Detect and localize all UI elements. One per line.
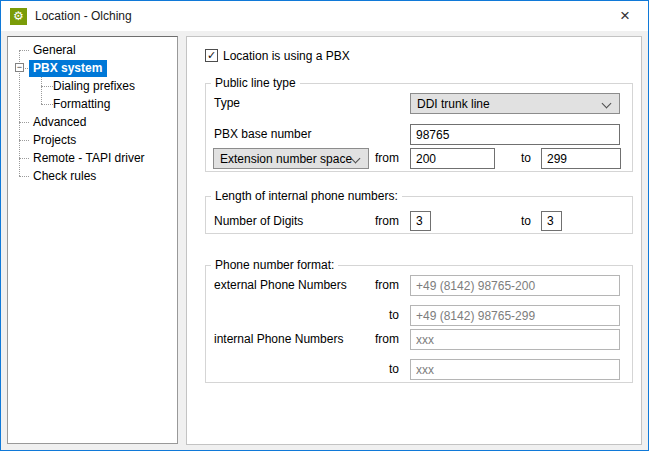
- external-phone-numbers-label: external Phone Numbers: [214, 278, 347, 292]
- type-label: Type: [214, 96, 240, 110]
- external-from-input[interactable]: [410, 275, 620, 296]
- extension-from-label: from: [371, 151, 399, 165]
- extension-to-input[interactable]: [541, 148, 621, 169]
- tree-item-pbx-system[interactable]: PBX system: [8, 59, 198, 77]
- external-from-label: from: [371, 278, 399, 292]
- number-of-digits-label: Number of Digits: [214, 214, 303, 228]
- extension-from-input[interactable]: [410, 148, 495, 169]
- internal-from-input[interactable]: [410, 329, 620, 350]
- digits-from-label: from: [371, 214, 399, 228]
- internal-to-input[interactable]: [410, 359, 620, 380]
- tree-item-projects[interactable]: Projects: [8, 131, 202, 149]
- phone-number-format-title: Phone number format:: [211, 258, 338, 272]
- settings-tree: − General PBX system Dialing prefixes Fo…: [7, 36, 178, 444]
- public-line-type-group: Public line type Type DDI trunk line PBX…: [205, 83, 633, 172]
- internal-from-label: from: [371, 332, 399, 346]
- tree-item-advanced[interactable]: Advanced: [8, 113, 202, 131]
- internal-phone-numbers-label: internal Phone Numbers: [214, 332, 343, 346]
- tree-item-check-rules[interactable]: Check rules: [8, 167, 202, 185]
- dialog-window: ⚙ Location - Olching × − General PBX sys…: [0, 0, 649, 451]
- close-button[interactable]: ×: [608, 4, 642, 28]
- public-line-type-title: Public line type: [211, 76, 300, 90]
- window-title: Location - Olching: [35, 9, 132, 23]
- type-select[interactable]: DDI trunk line: [410, 93, 620, 114]
- title-bar: ⚙ Location - Olching ×: [1, 1, 648, 31]
- external-to-label: to: [371, 308, 399, 322]
- pbx-checkbox-label: Location is using a PBX: [223, 49, 350, 63]
- digits-from-input[interactable]: [410, 211, 431, 231]
- extension-to-label: to: [503, 151, 531, 165]
- length-internal-numbers-title: Length of internal phone numbers:: [211, 189, 402, 203]
- digits-to-label: to: [503, 214, 531, 228]
- tree-item-remote-tapi-driver[interactable]: Remote - TAPI driver: [8, 149, 202, 167]
- pbx-settings-panel: ✓ Location is using a PBX Public line ty…: [186, 36, 642, 445]
- length-internal-numbers-group: Length of internal phone numbers: Number…: [205, 196, 633, 234]
- phone-number-format-group: Phone number format: external Phone Numb…: [205, 265, 633, 383]
- digits-to-input[interactable]: [541, 211, 562, 231]
- app-gear-icon: ⚙: [10, 8, 27, 25]
- external-to-input[interactable]: [410, 305, 620, 326]
- extension-number-space-select[interactable]: Extension number space: [213, 148, 369, 169]
- pbx-base-number-input[interactable]: [410, 124, 620, 145]
- tree-item-general[interactable]: General: [8, 41, 202, 59]
- chevron-down-icon: [602, 99, 612, 109]
- internal-to-label: to: [371, 362, 399, 376]
- pbx-checkbox[interactable]: ✓: [205, 49, 218, 62]
- pbx-base-number-label: PBX base number: [214, 127, 311, 141]
